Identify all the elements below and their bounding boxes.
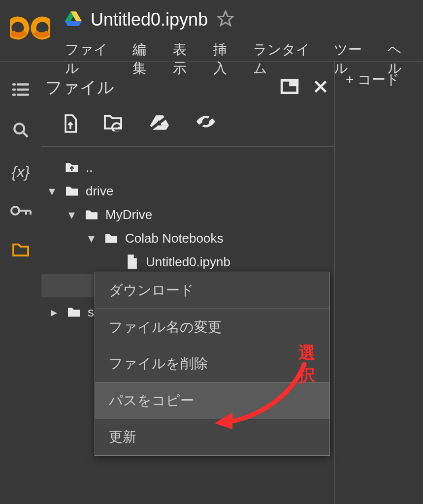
editor-pane: + コード [335, 62, 423, 504]
panel-toolbar [41, 114, 334, 147]
folder-icon [64, 185, 80, 197]
file-icon [124, 254, 140, 270]
folder-icon [84, 209, 99, 220]
caret-right-icon: ▸ [47, 305, 60, 320]
context-menu: ダウンロード ファイル名の変更 ファイルを削除 パスをコピー 更新 [95, 272, 330, 456]
tree-label: drive [86, 184, 113, 199]
ctx-download[interactable]: ダウンロード [95, 272, 329, 309]
ctx-refresh[interactable]: 更新 [95, 419, 329, 455]
refresh-icon[interactable] [103, 114, 124, 135]
tree-label: Colab Notebooks [125, 231, 223, 246]
tree-item-untitled[interactable]: Untitled0.ipynb [41, 250, 334, 274]
notebook-title[interactable]: Untitled0.ipynb [91, 9, 208, 30]
colab-logo [9, 7, 51, 49]
svg-marker-3 [218, 11, 233, 26]
new-window-icon[interactable] [280, 79, 299, 96]
hidden-files-icon[interactable] [195, 114, 217, 135]
ctx-delete[interactable]: ファイルを削除 [95, 346, 329, 382]
caret-down-icon: ▾ [85, 231, 98, 246]
star-icon[interactable] [217, 10, 234, 30]
tree-item-selected[interactable] [41, 274, 96, 297]
table-of-contents-icon[interactable] [12, 82, 30, 99]
folder-icon [66, 306, 82, 318]
search-icon[interactable] [12, 122, 29, 140]
panel-title: ファイル [45, 76, 273, 99]
svg-line-11 [23, 132, 28, 137]
drive-icon [65, 11, 82, 28]
folder-icon [103, 232, 119, 244]
folder-up-icon [64, 161, 80, 174]
secrets-icon[interactable] [10, 204, 32, 220]
svg-point-12 [11, 207, 19, 215]
tree-label: .. [86, 160, 93, 175]
ctx-rename[interactable]: ファイル名の変更 [95, 309, 329, 346]
tree-item-mydrive[interactable]: ▾ MyDrive [41, 203, 334, 226]
tree-parent[interactable]: .. [41, 156, 334, 179]
caret-down-icon: ▾ [65, 207, 78, 222]
add-code-button[interactable]: + コード [346, 72, 400, 87]
close-icon[interactable] [313, 79, 328, 96]
mount-drive-icon[interactable] [149, 114, 170, 135]
left-rail: {x} [0, 62, 41, 504]
svg-point-10 [14, 124, 24, 133]
svg-rect-17 [291, 80, 297, 85]
tree-label: s [88, 305, 94, 320]
tree-item-drive[interactable]: ▾ drive [41, 179, 334, 203]
folder-icon[interactable] [12, 242, 30, 259]
upload-icon[interactable] [62, 114, 79, 135]
variables-icon[interactable]: {x} [11, 163, 30, 181]
svg-marker-2 [65, 21, 82, 26]
caret-down-icon: ▾ [45, 184, 58, 199]
tree-item-colab-notebooks[interactable]: ▾ Colab Notebooks [41, 226, 334, 250]
tree-label: Untitled0.ipynb [146, 254, 230, 270]
tree-label: MyDrive [105, 207, 152, 222]
ctx-copy-path[interactable]: パスをコピー [95, 382, 329, 419]
